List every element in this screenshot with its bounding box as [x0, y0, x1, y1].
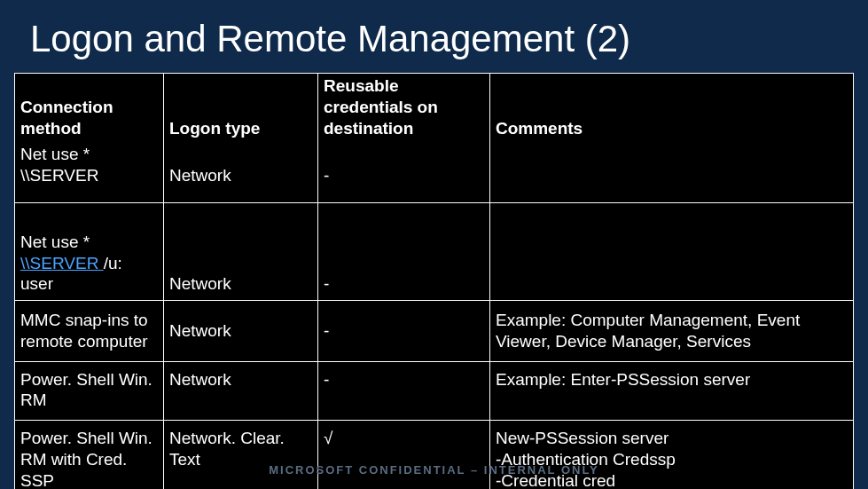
cell-connection-method: Power. Shell Win. RM with Cred. SSP — [15, 421, 164, 490]
table-row: Net use * \\SERVERNetwork- — [15, 142, 854, 202]
cell-reusable-credentials: - — [318, 142, 490, 202]
cell-connection-method: Net use * \\SERVER /u: user — [15, 202, 164, 300]
cell-reusable-credentials: - — [318, 301, 490, 362]
table-row: MMC snap-ins to remote computerNetwork-E… — [15, 301, 854, 362]
connection-text: Power. Shell Win. RM with Cred. SSP — [20, 429, 152, 489]
cell-comments — [490, 142, 854, 202]
cell-logon-type: Network — [164, 202, 318, 300]
logon-table-container: Connection method Logon type Reusable cr… — [14, 73, 854, 489]
cell-connection-method: Net use * \\SERVER — [15, 142, 164, 202]
connection-text: MMC snap-ins to remote computer — [20, 311, 148, 351]
cell-reusable-credentials: - — [318, 202, 490, 300]
table-row: Power. Shell Win. RMNetwork-Example: Ent… — [15, 361, 854, 421]
connection-text: \\SERVER — [20, 166, 98, 185]
cell-comments: New-PSSession server -Authentication Cre… — [490, 421, 854, 490]
server-link[interactable]: \\SERVER — [20, 254, 104, 272]
table-row: Net use * \\SERVER /u: userNetwork- — [15, 202, 854, 300]
connection-text: Net use * — [20, 233, 90, 251]
table-body: Net use * \\SERVERNetwork-Net use * \\SE… — [15, 142, 854, 489]
cell-comments: Example: Computer Management, Event View… — [490, 301, 854, 362]
header-reusable-credentials: Reusable credentials on destination — [318, 74, 490, 143]
logon-table: Connection method Logon type Reusable cr… — [14, 73, 854, 489]
connection-text: Power. Shell Win. RM — [20, 370, 152, 410]
cell-connection-method: Power. Shell Win. RM — [15, 361, 164, 421]
cell-reusable-credentials: - — [318, 361, 490, 421]
connection-text: Net use * — [20, 145, 90, 163]
table-row: Power. Shell Win. RM with Cred. SSPNetwo… — [15, 421, 854, 490]
cell-comments — [490, 202, 854, 300]
cell-reusable-credentials: √ — [318, 421, 490, 490]
cell-logon-type: Network. Clear. Text — [164, 421, 318, 490]
cell-connection-method: MMC snap-ins to remote computer — [15, 301, 164, 362]
header-comments: Comments — [490, 74, 854, 143]
cell-comments: Example: Enter-PSSession server — [490, 361, 854, 421]
cell-logon-type: Network — [164, 142, 318, 202]
cell-logon-type: Network — [164, 361, 318, 421]
footer-confidential: MICROSOFT CONFIDENTIAL – INTERNAL ONLY — [0, 463, 868, 477]
header-connection-method: Connection method — [15, 74, 164, 143]
header-logon-type: Logon type — [164, 74, 318, 143]
cell-logon-type: Network — [164, 301, 318, 362]
slide-title: Logon and Remote Management (2) — [0, 0, 868, 73]
